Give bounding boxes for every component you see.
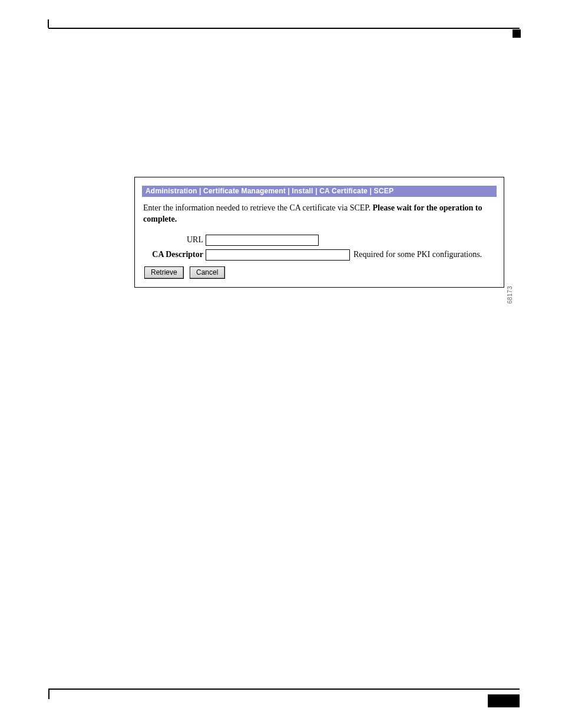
retrieve-button[interactable]: Retrieve bbox=[144, 266, 184, 279]
crop-mark-top-right bbox=[513, 29, 521, 38]
page-number-bar bbox=[488, 694, 520, 707]
breadcrumb: Administration | Certificate Management … bbox=[142, 186, 497, 197]
ca-descriptor-hint: Required for some PKI configurations. bbox=[353, 250, 482, 259]
scep-panel: Administration | Certificate Management … bbox=[134, 177, 504, 288]
url-row: URL bbox=[142, 235, 497, 246]
crop-mark-top-left bbox=[48, 19, 49, 28]
url-label: URL bbox=[143, 235, 206, 245]
intro-text: Enter the information needed to retrieve… bbox=[143, 203, 495, 225]
breadcrumb-sep: | bbox=[370, 187, 374, 195]
cancel-button[interactable]: Cancel bbox=[190, 266, 225, 279]
ca-descriptor-input[interactable] bbox=[206, 249, 350, 261]
breadcrumb-sep: | bbox=[287, 187, 292, 195]
breadcrumb-part: Certificate Management bbox=[203, 187, 286, 195]
crop-mark-bottom-left bbox=[48, 690, 49, 699]
breadcrumb-part: Install bbox=[292, 187, 313, 195]
ca-descriptor-row: CA Descriptor Required for some PKI conf… bbox=[142, 249, 497, 261]
button-row: Retrieve Cancel bbox=[142, 266, 497, 279]
breadcrumb-part: SCEP bbox=[374, 187, 394, 195]
page-top-rule bbox=[48, 28, 520, 29]
intro-lead: Enter the information needed to retrieve… bbox=[143, 203, 373, 212]
breadcrumb-part: CA Certificate bbox=[319, 187, 368, 195]
breadcrumb-part: Administration bbox=[146, 187, 197, 195]
url-input[interactable] bbox=[206, 235, 319, 246]
ca-descriptor-label: CA Descriptor bbox=[143, 250, 206, 259]
page-bottom-rule bbox=[48, 689, 520, 690]
figure-id: 68173 bbox=[507, 286, 513, 304]
